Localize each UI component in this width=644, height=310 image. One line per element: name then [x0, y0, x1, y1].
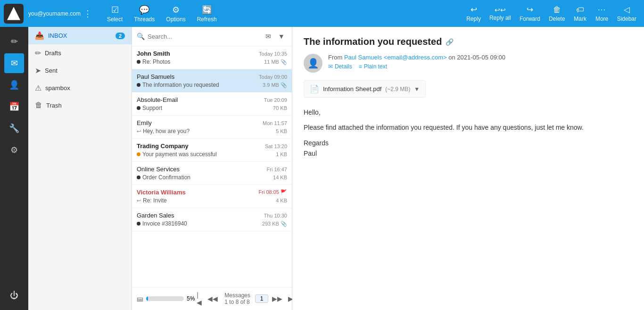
- refresh-label: Refresh: [197, 16, 217, 23]
- more-button[interactable]: ··· More: [592, 3, 612, 24]
- sidebar-item-contacts[interactable]: 👤: [4, 75, 24, 95]
- list-item[interactable]: Garden Sales Thu 10:30 Invoice #3816940 …: [132, 208, 292, 231]
- forward-label: Forward: [520, 16, 540, 22]
- lines-icon: ≡: [359, 63, 362, 70]
- main-layout: ✏ ✉ 👤 📅 🔧 ⚙ ⏻ 📥 INBOX 2 ✏ Drafts ➤ Sent …: [0, 27, 644, 310]
- search-actions: ✉ ▼: [263, 31, 287, 42]
- msg-time: Thu 10:30: [264, 213, 287, 218]
- email-title-row: The information you requested 🔗: [304, 36, 633, 47]
- first-page-button[interactable]: |◀: [195, 290, 204, 307]
- unread-dot: [137, 176, 140, 179]
- list-item[interactable]: Paul Samuels Today 09:00 The information…: [132, 69, 292, 92]
- progress-fill: [146, 296, 148, 301]
- msg-sender: Victoria Williams: [137, 189, 186, 196]
- user-menu-button[interactable]: ⋮: [83, 8, 93, 19]
- sidebar-item-mail[interactable]: ✉: [4, 53, 24, 73]
- reply-all-label: Reply all: [489, 15, 511, 21]
- plain-text-link[interactable]: ≡ Plain text: [359, 63, 387, 70]
- email-from: From Paul Samuels <email@address.com> on…: [328, 54, 633, 61]
- folder-inbox[interactable]: 📥 INBOX 2: [28, 27, 132, 44]
- folder-trash[interactable]: 🗑 Trash: [28, 97, 132, 114]
- list-item[interactable]: John Smith Today 10:35 Re: Photos 11 MB …: [132, 46, 292, 69]
- prev-page-button[interactable]: ◀◀: [206, 294, 220, 303]
- sidebar-item-settings[interactable]: ⚙: [4, 140, 24, 160]
- refresh-button[interactable]: 🔄 Refresh: [192, 3, 222, 25]
- top-toolbar: you@yourname.com ⋮ ☑ Select 💬 Threads ⚙ …: [0, 0, 644, 27]
- inbox-badge: 2: [116, 33, 125, 39]
- list-item[interactable]: Emily Mon 11:57 ↩ Hey, how are you? 5 KB: [132, 116, 292, 139]
- app-logo: [4, 4, 24, 24]
- progress-label: 5%: [187, 295, 195, 302]
- delete-button[interactable]: 🗑 Delete: [545, 3, 569, 24]
- sidebar-item-compose[interactable]: ✏: [4, 32, 24, 51]
- msg-time: Mon 11:57: [263, 120, 287, 126]
- attachment-size: (~2.9 MB): [385, 86, 410, 92]
- envelope-icon: ✉: [328, 63, 333, 70]
- message-list-footer: 🖴 5% |◀ ◀◀ Messages 1 to 8 of 8 ▶▶ ▶|: [132, 287, 292, 310]
- unread-dot: [137, 222, 140, 226]
- msg-time: Tue 20:09: [264, 97, 287, 103]
- list-item[interactable]: Victoria Williams Fri 08:05 🚩 ↩ Re: Invi…: [132, 185, 292, 208]
- compose-action-button[interactable]: ✉: [263, 31, 274, 42]
- attachment-item[interactable]: 📄 Information Sheet.pdf (~2.9 MB) ▼: [304, 80, 426, 98]
- filter-action-button[interactable]: ▼: [276, 31, 287, 42]
- messages-info: Messages 1 to 8 of 8: [224, 292, 250, 305]
- mark-button[interactable]: 🏷 Mark: [570, 3, 591, 24]
- msg-subject: Re: Photos: [137, 59, 170, 65]
- body-line-3: RegardsPaul: [304, 138, 633, 159]
- unread-dot: [137, 60, 140, 64]
- msg-subject: Support: [137, 105, 162, 111]
- email-meta-links: ✉ Details ≡ Plain text: [328, 63, 633, 70]
- reply-label: Reply: [466, 16, 481, 22]
- search-input[interactable]: [148, 33, 260, 40]
- folder-drafts[interactable]: ✏ Drafts: [28, 44, 132, 62]
- msg-subject: Your payment was successful: [137, 151, 217, 158]
- folder-sent-label: Sent: [45, 67, 58, 74]
- spam-icon: ⚠: [35, 84, 41, 92]
- msg-sender: Garden Sales: [137, 212, 174, 219]
- sidebar-item-calendar[interactable]: 📅: [4, 97, 24, 117]
- next-page-button[interactable]: ▶▶: [270, 294, 284, 303]
- sidebar-item-tools[interactable]: 🔧: [4, 118, 24, 138]
- attachment-dropdown-icon[interactable]: ▼: [414, 86, 420, 92]
- reply-button[interactable]: ↩ Reply: [462, 3, 485, 24]
- external-link-icon[interactable]: 🔗: [446, 38, 454, 46]
- unread-dot: [137, 106, 140, 110]
- msg-size: 11 MB 📎: [264, 59, 287, 65]
- threads-icon: 💬: [139, 5, 149, 15]
- trash-icon: 🗑: [35, 101, 42, 109]
- select-button[interactable]: ☑ Select: [102, 3, 127, 25]
- sidebar-item-power[interactable]: ⏻: [4, 285, 24, 305]
- folder-spambox[interactable]: ⚠ spambox: [28, 79, 132, 97]
- list-item[interactable]: Online Services Fri 16:47 Order Confirma…: [132, 162, 292, 185]
- list-item[interactable]: Absolute-Email Tue 20:09 Support 70 KB: [132, 92, 292, 116]
- options-icon: ⚙: [172, 5, 180, 15]
- sidebar-button[interactable]: ◁ Sidebar: [613, 3, 640, 24]
- folder-panel: 📥 INBOX 2 ✏ Drafts ➤ Sent ⚠ spambox 🗑 Tr…: [28, 27, 132, 310]
- msg-subject: ↩ Re: Invite: [137, 197, 167, 204]
- threads-button[interactable]: 💬 Threads: [129, 3, 159, 25]
- reply-all-button[interactable]: ↩↩ Reply all: [486, 4, 515, 23]
- pdf-icon: 📄: [310, 84, 319, 93]
- hdd-icon: 🖴: [137, 295, 143, 302]
- reply-all-icon: ↩↩: [495, 6, 506, 14]
- folder-sent[interactable]: ➤ Sent: [28, 62, 132, 79]
- email-body: Hello, Please find attached the informat…: [304, 107, 633, 164]
- sender-email-link[interactable]: Paul Samuels <email@address.com>: [344, 54, 447, 61]
- icon-sidebar: ✏ ✉ 👤 📅 🔧 ⚙ ⏻: [0, 27, 28, 310]
- options-label: Options: [166, 16, 185, 23]
- list-item[interactable]: Trading Company Sat 13:20 Your payment w…: [132, 139, 292, 162]
- inbox-icon: 📥: [35, 31, 44, 40]
- toolbar-right: ↩ Reply ↩↩ Reply all ↪ Forward 🗑 Delete …: [462, 3, 640, 24]
- plain-text-label: Plain text: [364, 63, 387, 70]
- msg-subject: Invoice #3816940: [137, 220, 187, 227]
- drafts-icon: ✏: [35, 49, 41, 58]
- unread-dot: [137, 83, 140, 87]
- forward-button[interactable]: ↪ Forward: [516, 3, 544, 24]
- page-input[interactable]: [255, 294, 268, 303]
- select-icon: ☑: [111, 5, 119, 15]
- options-button[interactable]: ⚙ Options: [161, 3, 190, 25]
- folder-spambox-label: spambox: [45, 84, 70, 92]
- details-link[interactable]: ✉ Details: [328, 63, 352, 70]
- delete-label: Delete: [549, 16, 565, 22]
